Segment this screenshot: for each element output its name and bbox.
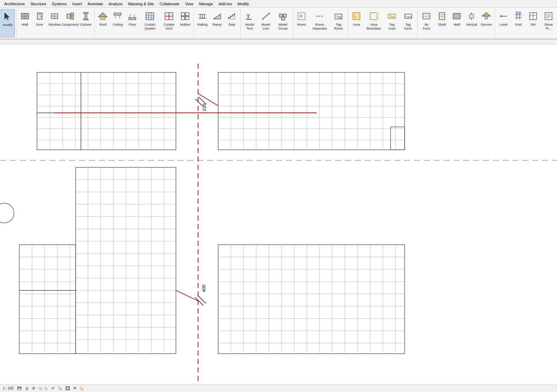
menu-view[interactable]: View bbox=[182, 1, 196, 7]
ribbon-vertical-btn[interactable]: Vertical bbox=[464, 9, 479, 37]
ribbon-model-line-btn[interactable]: Model Line bbox=[258, 9, 274, 37]
curtain-system-icon bbox=[144, 11, 156, 22]
menu-analyze[interactable]: Analyze bbox=[106, 1, 125, 7]
svg-text:T: T bbox=[246, 13, 250, 19]
svg-rect-70 bbox=[469, 14, 474, 18]
status-icon-nav2[interactable]: ▷ bbox=[45, 386, 48, 390]
status-icon-nav5[interactable]: 🔲 bbox=[65, 386, 70, 390]
svg-point-200 bbox=[0, 203, 14, 223]
menu-architecture[interactable]: Architecture bbox=[1, 1, 28, 7]
mullion-icon bbox=[179, 11, 191, 22]
roof-icon bbox=[97, 11, 108, 22]
status-icon-vis2[interactable]: 📐 bbox=[80, 386, 84, 390]
menu-annotate[interactable]: Annotate bbox=[85, 1, 106, 7]
ribbon-level-btn[interactable]: Level bbox=[496, 9, 511, 37]
ribbon-area-btn[interactable]: A Area bbox=[349, 9, 363, 37]
sep4 bbox=[240, 9, 241, 38]
menu-manage[interactable]: Manage bbox=[196, 1, 216, 7]
status-icon-nav4[interactable]: 🔍 bbox=[58, 386, 62, 390]
ribbon-shaft-btn[interactable]: Shaft bbox=[435, 9, 449, 37]
svg-rect-23 bbox=[146, 13, 154, 20]
status-icon-settings[interactable]: ⚙ bbox=[32, 386, 35, 390]
ribbon-by-face-btn[interactable]: By Face bbox=[419, 9, 434, 37]
ribbon-show-pl-btn[interactable]: Show Pl... bbox=[541, 9, 556, 37]
ribbon-railing-btn[interactable]: Railing bbox=[195, 9, 209, 37]
ribbon-area-boundary-btn[interactable]: Area Boundary bbox=[364, 9, 384, 37]
ribbon-wall2-btn[interactable]: Wall bbox=[450, 9, 464, 37]
svg-rect-72 bbox=[485, 16, 488, 19]
tag-area-label: Tag Area bbox=[386, 23, 398, 31]
svg-rect-50 bbox=[281, 17, 285, 20]
ribbon-model-group-btn[interactable]: Model Group bbox=[274, 9, 292, 37]
status-icon-vis1[interactable]: 👁 bbox=[73, 386, 77, 390]
dormer-icon bbox=[481, 11, 492, 22]
ribbon-tag-face-btn[interactable]: Face Tag Face bbox=[400, 9, 416, 37]
ribbon-door-btn[interactable]: Door bbox=[33, 9, 47, 37]
by-face-label: By Face bbox=[421, 23, 432, 31]
ribbon-floor-btn[interactable]: Floor bbox=[125, 9, 139, 37]
ribbon-tag-area-btn[interactable]: Tag Tag Area bbox=[384, 9, 400, 37]
sep5 bbox=[293, 9, 293, 38]
ribbon-ramp-btn[interactable]: Ramp bbox=[210, 9, 224, 37]
by-face-icon bbox=[421, 11, 432, 22]
ribbon-curtain-grid-btn[interactable]: Curtain Grid bbox=[160, 9, 177, 37]
menu-structure[interactable]: Structure bbox=[28, 1, 49, 7]
ribbon-room-btn[interactable]: R Room bbox=[295, 9, 309, 37]
area-icon: A bbox=[351, 11, 362, 22]
menu-addins[interactable]: Add-Ins bbox=[216, 1, 235, 7]
area-label: Area bbox=[353, 23, 360, 26]
status-icon-nav3[interactable]: ↺ bbox=[51, 386, 54, 390]
ribbon-roof-btn[interactable]: Roof bbox=[96, 9, 110, 37]
svg-rect-33 bbox=[181, 15, 189, 17]
svg-text:235: 235 bbox=[202, 103, 207, 111]
ribbon-window-btn[interactable]: Window bbox=[48, 9, 62, 37]
ribbon-mullion-btn[interactable]: Mullion bbox=[178, 9, 192, 37]
status-icon-save[interactable]: 💾 bbox=[17, 386, 21, 390]
status-icon-print[interactable]: 🖨 bbox=[25, 386, 29, 390]
wall2-label: Wall bbox=[454, 23, 460, 26]
ribbon-tag-room-btn[interactable]: Tag Tag Room bbox=[331, 9, 346, 37]
ribbon-room-separator-btn[interactable]: Room Separator bbox=[309, 9, 330, 37]
svg-text:405: 405 bbox=[201, 284, 207, 292]
svg-point-47 bbox=[268, 13, 270, 14]
sep3 bbox=[194, 9, 194, 38]
ribbon-model-text-btn[interactable]: T Model Text bbox=[242, 9, 258, 37]
menu-bar: Architecture Structure Systems Insert An… bbox=[0, 0, 557, 8]
ribbon-stair-btn[interactable]: Stair bbox=[225, 9, 239, 37]
grid-label: Grid bbox=[515, 23, 521, 26]
ribbon-dormer-btn[interactable]: Dormer bbox=[479, 9, 493, 37]
tag-area-icon: Tag bbox=[386, 11, 398, 22]
menu-massing[interactable]: Massing & Site bbox=[125, 1, 157, 7]
menu-collaborate[interactable]: Collaborate bbox=[157, 1, 182, 7]
ribbon-modify-btn[interactable]: Modify bbox=[1, 9, 15, 37]
ribbon-column-btn[interactable]: Column bbox=[79, 9, 93, 37]
area-boundary-label: Area Boundary bbox=[366, 23, 381, 31]
svg-rect-10 bbox=[71, 13, 74, 16]
ribbon-wall-btn[interactable]: Wall bbox=[18, 9, 32, 37]
svg-rect-11 bbox=[71, 17, 74, 19]
model-text-label: Model Text bbox=[244, 23, 255, 31]
svg-text:Face: Face bbox=[406, 15, 412, 18]
sep1 bbox=[16, 9, 17, 38]
menu-systems[interactable]: Systems bbox=[49, 1, 69, 7]
menu-insert[interactable]: Insert bbox=[70, 1, 85, 7]
ribbon-set-btn[interactable]: Set bbox=[526, 9, 540, 37]
svg-rect-88 bbox=[37, 72, 176, 150]
room-separator-label: Room Separator bbox=[311, 23, 328, 31]
window-label: Window bbox=[49, 23, 61, 26]
scale-label: 1 : 100 bbox=[3, 386, 14, 390]
room-separator-icon bbox=[314, 11, 325, 22]
ribbon-curtain-system-btn[interactable]: Curtain System bbox=[140, 9, 160, 37]
svg-rect-58 bbox=[370, 13, 377, 20]
sep2 bbox=[94, 9, 95, 38]
ribbon-grid-btn[interactable]: Grid bbox=[511, 9, 525, 37]
model-line-icon bbox=[260, 11, 272, 22]
ribbon-ceiling-btn[interactable]: Ceiling bbox=[110, 9, 125, 37]
component-icon bbox=[64, 11, 76, 22]
menu-modify[interactable]: Modify bbox=[235, 1, 252, 7]
ribbon-component-btn[interactable]: Component bbox=[62, 9, 78, 37]
room-icon: R bbox=[296, 11, 307, 22]
svg-line-45 bbox=[263, 13, 269, 19]
status-icon-nav1[interactable]: ◁ bbox=[39, 386, 42, 390]
canvas-area[interactable]: 235 405 bbox=[0, 44, 557, 384]
